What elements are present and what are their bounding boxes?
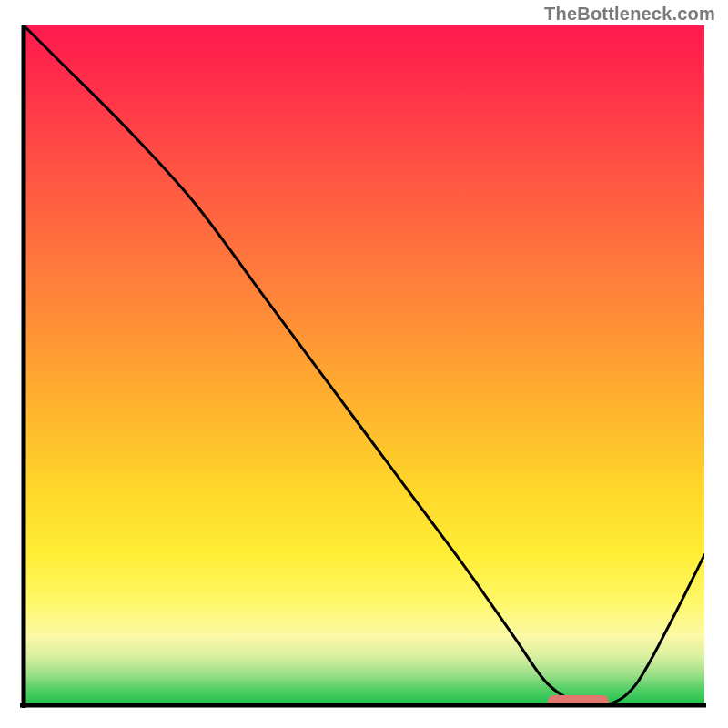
bottleneck-curve bbox=[24, 25, 704, 704]
attribution-text: TheBottleneck.com bbox=[544, 4, 715, 25]
plot-area bbox=[24, 25, 704, 704]
curve-layer bbox=[24, 25, 704, 704]
target-marker bbox=[548, 695, 609, 704]
chart-root: TheBottleneck.com bbox=[0, 0, 728, 728]
